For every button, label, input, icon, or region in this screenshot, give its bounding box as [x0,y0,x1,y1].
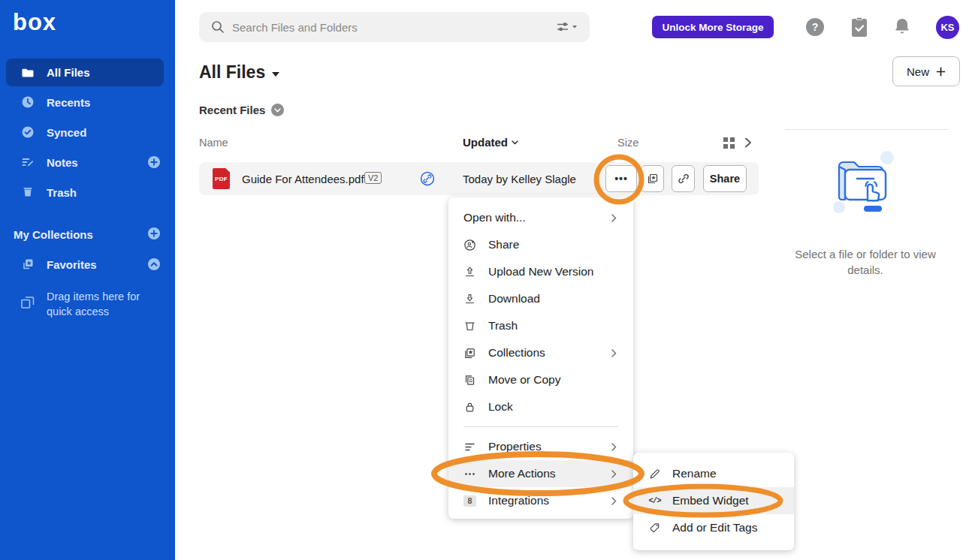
unlock-more-storage-button[interactable]: Unlock More Storage [652,16,774,38]
plus-icon [936,67,946,77]
submenu-item-embed-widget[interactable]: </> Embed Widget [633,487,794,514]
pencil-icon [648,468,661,480]
new-button-label: New [907,65,929,78]
menu-divider [463,426,618,427]
file-updated-text: Today by Kelley Slagle [463,173,576,185]
more-actions-submenu: Rename </> Embed Widget Add or Edit Tags [633,453,794,550]
empty-state-illustration [829,147,902,225]
page-title: All Files [199,62,265,83]
details-panel-divider [785,129,948,130]
tasks-clipboard-icon[interactable] [850,17,869,38]
copy-link-button[interactable] [672,165,695,192]
recent-files-header: Recent Files [199,104,284,116]
submenu-chevron-icon [611,470,617,478]
search-icon [211,20,225,34]
sidebar-item-label: Synced [47,126,86,139]
column-header-name[interactable]: Name [199,137,228,149]
menu-item-lock[interactable]: Lock [448,393,633,420]
grid-view-icon[interactable] [723,137,735,149]
collections-icon [463,347,476,360]
sidebar-item-all-files[interactable]: All Files [6,59,164,86]
search-bar [199,12,590,42]
copy-icon [463,374,476,387]
empty-state-message: Select a file or folder to view details. [793,246,937,278]
file-name[interactable]: Guide For Attendees.pdf [242,173,364,185]
title-caret-icon [272,72,279,77]
submenu-chevron-icon [611,349,617,357]
menu-item-trash[interactable]: Trash [448,312,633,339]
menu-item-download[interactable]: Download [448,285,633,312]
sidebar-item-label: Trash [47,186,77,199]
menu-item-collections[interactable]: Collections [448,339,633,366]
menu-item-integrations[interactable]: 8 Integrations [448,487,633,514]
collapse-favorites-icon[interactable] [147,257,161,271]
share-button[interactable]: Share [703,165,747,192]
context-menu: Open with... Share Upload New Version Do… [448,197,633,519]
sidebar-item-label: Favorites [47,258,97,271]
sort-chevron-icon [512,140,518,145]
folder-icon [21,66,35,80]
new-button[interactable]: New [892,56,960,86]
sidebar-item-label: Notes [47,156,78,169]
clock-icon [21,95,35,109]
menu-item-more-actions[interactable]: More Actions [448,460,633,487]
version-badge: V2 [364,172,382,184]
submenu-item-add-or-edit-tags[interactable]: Add or Edit Tags [633,514,794,541]
menu-item-upload-new-version[interactable]: Upload New Version [448,258,633,285]
submenu-chevron-icon [611,443,617,451]
embed-code-icon: </> [649,496,661,505]
recent-files-label: Recent Files [199,104,265,116]
sidebar-item-synced[interactable]: Synced [0,117,175,147]
notifications-bell-icon[interactable] [892,17,912,38]
add-collection-icon[interactable] [147,227,161,240]
help-icon[interactable]: ? [806,18,824,36]
favorites-icon [21,257,35,271]
menu-item-share[interactable]: Share [448,231,633,258]
notes-icon [21,155,35,169]
submenu-chevron-icon [611,497,617,505]
submenu-item-rename[interactable]: Rename [633,460,794,487]
trash-icon [21,185,35,199]
sidebar-item-notes[interactable]: Notes [0,147,175,177]
sidebar-item-trash[interactable]: Trash [0,177,175,207]
download-icon [463,293,476,306]
pdf-file-icon: PDF [213,168,230,189]
sidebar-item-recents[interactable]: Recents [0,87,175,117]
lock-icon [463,401,476,414]
page-title-dropdown[interactable]: All Files [199,62,279,83]
shared-link-icon[interactable] [420,171,435,186]
sidebar-item-favorites[interactable]: Favorites [0,249,175,279]
upload-icon [463,266,476,278]
submenu-chevron-icon [611,214,617,222]
drag-items-icon [20,294,36,311]
collections-icon [647,173,659,185]
sidebar-item-label: Recents [47,96,90,109]
expand-panel-chevron-icon[interactable] [744,137,752,148]
box-app-window: box All Files Recents Synced Notes Trash… [0,0,963,560]
my-collections-header: My Collections [14,228,93,241]
properties-icon [463,441,476,453]
column-header-size[interactable]: Size [617,137,638,149]
sidebar: box All Files Recents Synced Notes Trash… [0,0,175,560]
check-circle-icon [21,125,35,139]
ellipsis-icon [463,468,476,480]
share-person-icon [463,239,476,251]
sidebar-item-label: All Files [47,66,90,79]
search-input[interactable] [232,12,518,42]
link-icon [678,173,690,185]
column-header-updated[interactable]: Updated [463,136,518,149]
menu-item-properties[interactable]: Properties [448,433,633,460]
add-note-icon[interactable] [147,155,161,169]
add-to-collection-button[interactable] [641,165,664,192]
more-options-button[interactable]: ••• [605,165,637,192]
user-avatar[interactable]: KS [936,16,959,39]
box-logo[interactable]: box [13,9,56,36]
menu-item-move-or-copy[interactable]: Move or Copy [448,366,633,393]
integrations-count-badge: 8 [463,495,476,507]
menu-item-open-with[interactable]: Open with... [448,204,633,231]
collapse-section-icon[interactable] [271,104,284,116]
drag-hint-text: Drag items here for quick access [47,289,152,319]
tag-icon [648,522,661,534]
trash-icon [463,320,476,333]
search-filter-icon[interactable] [557,21,578,33]
